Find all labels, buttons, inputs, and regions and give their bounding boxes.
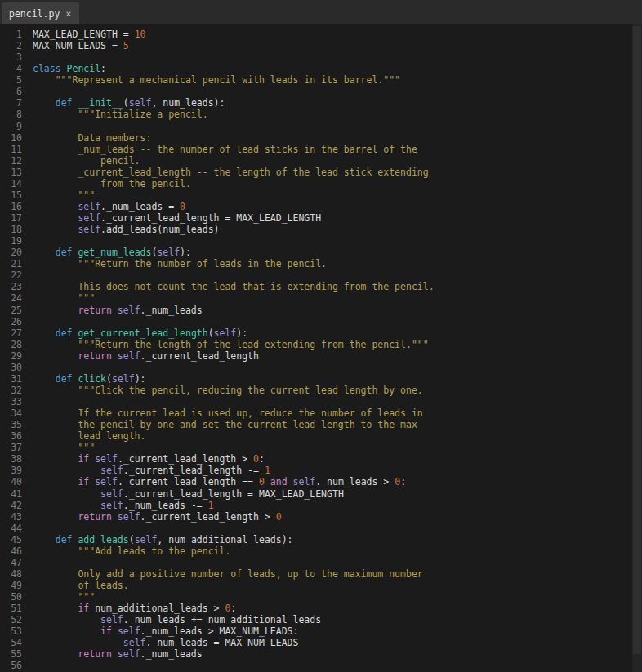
line-number[interactable]: 55: [0, 648, 28, 660]
code-line[interactable]: 48 Only add a positive number of leads, …: [0, 568, 632, 580]
code-line[interactable]: 14 from the pencil.: [0, 178, 632, 189]
line-number[interactable]: 26: [0, 316, 28, 327]
line-number[interactable]: 1: [0, 29, 28, 40]
code-line[interactable]: 22: [0, 269, 632, 281]
code-line[interactable]: 35 the pencil by one and set the current…: [0, 419, 632, 430]
code-line[interactable]: 15 """: [0, 189, 632, 201]
code-line[interactable]: 52 self._num_leads += num_additional_lea…: [0, 614, 632, 625]
line-number[interactable]: 42: [0, 500, 28, 511]
scrollbar-thumb[interactable]: [633, 26, 641, 654]
code-line[interactable]: 36 lead length.: [0, 430, 632, 442]
code-line[interactable]: 28 """Return the length of the lead exte…: [0, 339, 632, 350]
code-line[interactable]: 33: [0, 396, 632, 407]
line-number[interactable]: 12: [0, 155, 28, 167]
line-number[interactable]: 56: [0, 660, 28, 671]
code-line[interactable]: 32 """Click the pencil, reducing the cur…: [0, 385, 632, 396]
line-number[interactable]: 5: [0, 74, 28, 86]
line-number[interactable]: 25: [0, 305, 28, 316]
line-number[interactable]: 27: [0, 327, 28, 339]
line-number[interactable]: 37: [0, 442, 28, 453]
code-line[interactable]: 44: [0, 523, 632, 534]
line-number[interactable]: 9: [0, 121, 28, 132]
code-line[interactable]: 21 """Return the number of leads in the …: [0, 258, 632, 269]
code-line[interactable]: 2MAX_NUM_LEADS = 5: [0, 40, 632, 51]
line-number[interactable]: 52: [0, 614, 28, 625]
code-line[interactable]: 9: [0, 121, 632, 132]
line-number[interactable]: 19: [0, 235, 28, 247]
line-number[interactable]: 33: [0, 396, 28, 407]
line-number[interactable]: 48: [0, 568, 28, 580]
code-line[interactable]: 34 If the current lead is used up, reduc…: [0, 407, 632, 419]
code-line[interactable]: 53 if self._num_leads > MAX_NUM_LEADS:: [0, 625, 632, 637]
line-number[interactable]: 45: [0, 534, 28, 545]
code-line[interactable]: 19: [0, 235, 632, 247]
code-line[interactable]: 37 """: [0, 442, 632, 453]
scrollbar[interactable]: [632, 24, 642, 672]
line-number[interactable]: 51: [0, 603, 28, 614]
line-number[interactable]: 40: [0, 476, 28, 487]
code-line[interactable]: 42 self._num_leads -= 1: [0, 500, 632, 511]
code-line[interactable]: 43 return self._current_lead_length > 0: [0, 511, 632, 523]
code-line[interactable]: 25 return self._num_leads: [0, 305, 632, 316]
line-number[interactable]: 28: [0, 339, 28, 350]
line-number[interactable]: 44: [0, 523, 28, 534]
line-number[interactable]: 23: [0, 281, 28, 292]
code-line[interactable]: 40 if self._current_lead_length == 0 and…: [0, 476, 632, 487]
code-line[interactable]: 11 _num_leads -- the number of lead stic…: [0, 144, 632, 155]
line-number[interactable]: 18: [0, 224, 28, 235]
code-line[interactable]: 45 def add_leads(self, num_additional_le…: [0, 534, 632, 545]
line-number[interactable]: 38: [0, 453, 28, 465]
line-number[interactable]: 6: [0, 86, 28, 97]
line-number[interactable]: 16: [0, 201, 28, 212]
code-line[interactable]: 3: [0, 51, 632, 63]
code-line[interactable]: 18 self.add_leads(num_leads): [0, 224, 632, 235]
code-line[interactable]: 20 def get_num_leads(self):: [0, 247, 632, 258]
code-line[interactable]: 17 self._current_lead_length = MAX_LEAD_…: [0, 212, 632, 224]
code-line[interactable]: 12 pencil.: [0, 155, 632, 167]
code-line[interactable]: 6: [0, 86, 632, 97]
line-number[interactable]: 29: [0, 350, 28, 362]
code-line[interactable]: 13 _current_lead_length -- the length of…: [0, 167, 632, 178]
line-number[interactable]: 14: [0, 178, 28, 189]
line-number[interactable]: 30: [0, 362, 28, 373]
code-line[interactable]: 30: [0, 362, 632, 373]
line-number[interactable]: 2: [0, 40, 28, 51]
line-number[interactable]: 46: [0, 545, 28, 557]
code-line[interactable]: 51 if num_additional_leads > 0:: [0, 603, 632, 614]
code-line[interactable]: 50 """: [0, 591, 632, 603]
line-number[interactable]: 43: [0, 511, 28, 523]
code-line[interactable]: 10 Data members:: [0, 132, 632, 144]
code-line[interactable]: 29 return self._current_lead_length: [0, 350, 632, 362]
code-line[interactable]: 1MAX_LEAD_LENGTH = 10: [0, 29, 632, 40]
line-number[interactable]: 10: [0, 132, 28, 144]
tab-pencil-py[interactable]: pencil.py ×: [2, 2, 79, 24]
line-number[interactable]: 49: [0, 580, 28, 591]
line-number[interactable]: 32: [0, 385, 28, 396]
line-number[interactable]: 7: [0, 97, 28, 109]
code-line[interactable]: 47: [0, 557, 632, 568]
editor-lines[interactable]: 1MAX_LEAD_LENGTH = 102MAX_NUM_LEADS = 53…: [0, 24, 632, 672]
tab-close-icon[interactable]: ×: [65, 9, 71, 19]
line-number[interactable]: 17: [0, 212, 28, 224]
line-number[interactable]: 35: [0, 419, 28, 430]
code-line[interactable]: 55 return self._num_leads: [0, 648, 632, 660]
line-number[interactable]: 15: [0, 189, 28, 201]
line-number[interactable]: 54: [0, 637, 28, 648]
line-number[interactable]: 41: [0, 488, 28, 500]
code-line[interactable]: 46 """Add leads to the pencil.: [0, 545, 632, 557]
line-number[interactable]: 8: [0, 109, 28, 120]
line-number[interactable]: 53: [0, 625, 28, 637]
code-line[interactable]: 4class Pencil:: [0, 63, 632, 74]
line-number[interactable]: 11: [0, 144, 28, 155]
code-line[interactable]: 8 """Initialize a pencil.: [0, 109, 632, 120]
line-number[interactable]: 21: [0, 258, 28, 269]
code-line[interactable]: 23 This does not count the lead that is …: [0, 281, 632, 292]
code-line[interactable]: 5 """Represent a mechanical pencil with …: [0, 74, 632, 86]
line-number[interactable]: 47: [0, 557, 28, 568]
code-line[interactable]: 39 self._current_lead_length -= 1: [0, 465, 632, 476]
line-number[interactable]: 24: [0, 292, 28, 304]
line-number[interactable]: 31: [0, 373, 28, 385]
code-line[interactable]: 56: [0, 660, 632, 671]
code-line[interactable]: 38 if self._current_lead_length > 0:: [0, 453, 632, 465]
code-line[interactable]: 16 self._num_leads = 0: [0, 201, 632, 212]
